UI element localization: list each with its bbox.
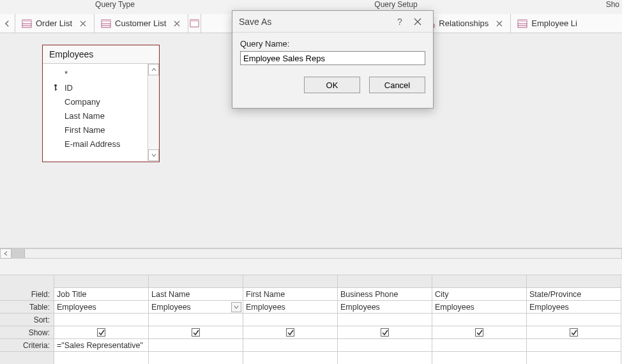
column-selector[interactable]: [338, 275, 432, 288]
show-checkbox[interactable]: [192, 328, 200, 337]
datasheet-icon: [190, 19, 199, 29]
svg-rect-1: [22, 20, 31, 22]
datasheet-icon: [22, 19, 32, 29]
tab-nav-left[interactable]: [0, 14, 15, 33]
svg-rect-13: [518, 20, 527, 22]
cell-sort[interactable]: [54, 314, 148, 326]
cell-show[interactable]: [432, 326, 526, 339]
cell-criteria[interactable]: [527, 339, 621, 352]
column-selector[interactable]: [432, 275, 526, 288]
row-label-sort: Sort:: [0, 314, 54, 326]
cell-show[interactable]: [338, 326, 432, 339]
table-title: Employees: [43, 45, 159, 64]
cell-show[interactable]: [243, 326, 337, 339]
scroll-left-button[interactable]: [0, 248, 11, 259]
svg-rect-5: [102, 20, 110, 22]
cell-field[interactable]: Job Title: [54, 288, 148, 301]
cell-table[interactable]: Employees: [54, 301, 148, 314]
cell-criteria[interactable]: [149, 339, 243, 352]
field-list-scrollbar[interactable]: [148, 64, 159, 161]
chevron-left-icon: [5, 20, 10, 27]
field-name: *: [64, 69, 68, 79]
field-name: First Name: [64, 125, 105, 135]
cell-field[interactable]: First Name: [243, 288, 337, 301]
cell-table[interactable]: Employees: [149, 301, 243, 314]
cell-field[interactable]: City: [432, 288, 526, 301]
field-name: ID: [64, 83, 73, 93]
row-label-table: Table:: [0, 301, 54, 314]
scroll-up-button[interactable]: [148, 64, 159, 75]
grid-column: First NameEmployees: [243, 275, 338, 364]
horizontal-scrollbar[interactable]: [0, 248, 622, 259]
dialog-close-button[interactable]: [409, 13, 427, 31]
dialog-titlebar[interactable]: Save As ?: [232, 11, 433, 33]
tab-hidden[interactable]: [188, 14, 201, 33]
query-name-input[interactable]: [240, 51, 425, 65]
close-icon: [496, 20, 503, 27]
tab-close-button[interactable]: [79, 19, 87, 28]
cell-field[interactable]: State/Province: [527, 288, 621, 301]
cell-field[interactable]: Last Name: [149, 288, 243, 301]
tab-order-list[interactable]: Order List: [15, 14, 95, 33]
column-selector[interactable]: [149, 275, 243, 288]
scroll-thumb[interactable]: [12, 249, 25, 258]
chevron-left-icon: [3, 251, 8, 256]
cell-show[interactable]: [527, 326, 621, 339]
show-checkbox[interactable]: [381, 328, 389, 337]
check-icon: [98, 330, 105, 336]
field-row-company[interactable]: Company: [52, 95, 148, 109]
cell-table[interactable]: Employees: [338, 301, 432, 314]
cell-criteria[interactable]: [338, 339, 432, 352]
grid-column: Job TitleEmployees="Sales Representative…: [54, 275, 149, 364]
column-selector[interactable]: [527, 275, 621, 288]
cell-sort[interactable]: [527, 314, 621, 326]
cancel-button[interactable]: Cancel: [369, 77, 425, 93]
column-selector[interactable]: [54, 275, 148, 288]
tab-close-button[interactable]: [495, 19, 504, 28]
close-icon: [174, 20, 180, 27]
check-icon: [571, 330, 577, 336]
datasheet-icon: [517, 19, 527, 29]
field-row-id[interactable]: ID: [52, 80, 148, 95]
show-checkbox[interactable]: [286, 328, 294, 337]
field-list[interactable]: * ID Company Last Name: [43, 64, 148, 161]
tab-employee-list[interactable]: Employee Li: [511, 14, 584, 33]
table-field-list[interactable]: Employees * ID Company: [42, 45, 160, 162]
show-checkbox[interactable]: [475, 328, 483, 337]
scroll-track[interactable]: [11, 248, 622, 259]
field-name: Last Name: [64, 111, 105, 121]
cell-sort[interactable]: [338, 314, 432, 326]
check-icon: [476, 330, 483, 336]
tab-customer-list[interactable]: Customer List: [95, 14, 188, 33]
cell-show[interactable]: [149, 326, 243, 339]
chevron-down-icon: [234, 305, 239, 310]
field-row-firstname[interactable]: First Name: [52, 123, 148, 137]
show-checkbox[interactable]: [570, 328, 578, 337]
grid-row-labels: Field: Table: Sort: Show: Criteria:: [0, 275, 54, 364]
svg-rect-9: [190, 20, 199, 22]
cell-sort[interactable]: [149, 314, 243, 326]
tab-label: Employee Li: [531, 19, 577, 28]
ok-button[interactable]: OK: [304, 77, 360, 93]
cell-table[interactable]: Employees: [432, 301, 526, 314]
cell-show[interactable]: [54, 326, 148, 339]
field-row-star[interactable]: *: [52, 66, 148, 80]
column-selector[interactable]: [243, 275, 337, 288]
cell-criteria[interactable]: ="Sales Representative": [54, 339, 148, 352]
field-row-email[interactable]: E-mail Address: [52, 137, 148, 151]
cell-criteria[interactable]: [243, 339, 337, 352]
show-checkbox[interactable]: [97, 328, 105, 337]
cell-sort[interactable]: [243, 314, 337, 326]
field-row-lastname[interactable]: Last Name: [52, 109, 148, 123]
cell-sort[interactable]: [432, 314, 526, 326]
cell-field[interactable]: Business Phone: [338, 288, 432, 301]
dialog-help-button[interactable]: ?: [391, 13, 409, 31]
tab-close-button[interactable]: [172, 19, 181, 28]
cell-table[interactable]: Employees: [243, 301, 337, 314]
dialog-title-text: Save As: [239, 17, 271, 27]
tab-label: Relationships: [439, 19, 489, 28]
cell-criteria[interactable]: [432, 339, 526, 352]
dropdown-button[interactable]: [231, 302, 241, 312]
cell-table[interactable]: Employees: [527, 301, 621, 314]
scroll-down-button[interactable]: [148, 149, 159, 161]
